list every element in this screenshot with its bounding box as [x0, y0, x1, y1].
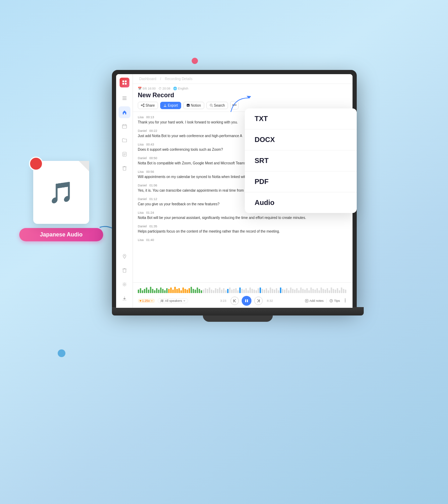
svg-rect-53 — [178, 288, 180, 293]
export-pdf[interactable]: PDF — [245, 171, 357, 192]
export-srt[interactable]: SRT — [245, 150, 357, 171]
svg-rect-67 — [207, 289, 208, 293]
svg-rect-50 — [172, 290, 174, 293]
svg-point-149 — [345, 301, 346, 302]
svg-rect-35 — [142, 290, 143, 293]
svg-rect-99 — [272, 289, 273, 293]
svg-rect-135 — [345, 290, 346, 293]
svg-line-27 — [142, 106, 143, 106]
svg-rect-71 — [215, 288, 216, 293]
sidebar-item-download[interactable] — [119, 292, 130, 304]
svg-rect-2 — [125, 80, 127, 82]
notion-label: Notion — [191, 104, 201, 107]
svg-rect-95 — [264, 290, 265, 293]
player-right: Add notes ? Tips — [305, 298, 348, 304]
svg-rect-89 — [251, 289, 253, 293]
svg-rect-72 — [217, 289, 218, 293]
svg-rect-84 — [241, 289, 243, 293]
player-controls: ♥ 1.25x All speakers — [138, 296, 348, 306]
export-txt[interactable]: TXT — [245, 108, 357, 129]
rewind-button[interactable] — [230, 297, 239, 305]
svg-rect-105 — [284, 290, 285, 293]
svg-rect-94 — [262, 289, 263, 293]
svg-rect-44 — [160, 288, 162, 293]
breadcrumb-recording-details[interactable]: Recording Details — [165, 77, 192, 81]
speakers-filter[interactable]: All speakers — [158, 298, 188, 303]
sidebar-item-document[interactable] — [119, 148, 130, 160]
pause-button[interactable] — [242, 296, 251, 306]
share-label: Share — [145, 104, 155, 107]
waveform-svg[interactable] — [138, 285, 348, 294]
sidebar-item-folder[interactable] — [119, 134, 130, 146]
sidebar-item-calendar[interactable] — [119, 120, 130, 132]
svg-rect-70 — [213, 290, 214, 293]
svg-rect-56 — [185, 289, 186, 293]
svg-rect-3 — [122, 83, 124, 85]
sidebar-item-trash[interactable] — [119, 162, 130, 174]
laptop-base — [112, 307, 364, 315]
svg-rect-48 — [168, 289, 170, 293]
svg-rect-88 — [249, 288, 251, 293]
share-button[interactable]: Share — [138, 102, 158, 109]
add-notes-label: Add notes — [310, 299, 324, 303]
svg-rect-107 — [288, 290, 290, 293]
tips-label: Tips — [334, 299, 340, 303]
svg-rect-124 — [322, 289, 324, 293]
svg-rect-115 — [304, 290, 306, 293]
svg-rect-87 — [248, 290, 249, 293]
breadcrumb-separator: / — [160, 77, 161, 81]
svg-rect-102 — [278, 290, 279, 293]
svg-rect-128 — [331, 288, 332, 293]
notion-button[interactable]: N Notion — [183, 102, 204, 109]
transcript-entry: Lisa 01:40 — [138, 238, 348, 242]
tips-button[interactable]: ? Tips — [329, 299, 340, 303]
add-notes-button[interactable]: Add notes — [305, 299, 324, 303]
svg-point-148 — [345, 300, 346, 301]
export-docx[interactable]: DOCX — [245, 129, 357, 150]
player-center: 3:23 8:32 — [220, 296, 273, 306]
meta-duration: ⏱ 20:08 — [158, 87, 170, 90]
sidebar-item-home[interactable] — [119, 106, 130, 118]
svg-rect-19 — [123, 269, 126, 272]
svg-rect-134 — [343, 289, 344, 293]
svg-rect-114 — [302, 289, 304, 293]
svg-point-25 — [143, 106, 144, 107]
meta-date: 📅 5/6 16:00 — [138, 87, 156, 90]
file-icon: 🎵 — [33, 161, 89, 224]
export-dropdown: TXT DOCX SRT PDF Audio — [245, 108, 357, 213]
more-options-button[interactable] — [343, 298, 348, 304]
speed-control[interactable]: ♥ 1.25x — [138, 299, 155, 303]
svg-rect-92 — [258, 288, 259, 293]
svg-line-26 — [142, 105, 143, 105]
svg-rect-36 — [144, 289, 145, 293]
sidebar-item-settings[interactable] — [119, 278, 130, 290]
breadcrumb-dashboard[interactable]: Dashboard — [139, 77, 156, 81]
svg-rect-110 — [294, 290, 296, 293]
svg-rect-109 — [292, 289, 293, 293]
sidebar-item-delete[interactable] — [119, 264, 130, 276]
forward-button[interactable] — [254, 297, 263, 305]
sidebar-item-expand[interactable] — [119, 92, 130, 104]
svg-rect-122 — [319, 290, 320, 293]
export-audio[interactable]: Audio — [245, 192, 357, 213]
svg-rect-111 — [296, 288, 298, 293]
svg-point-31 — [210, 104, 212, 106]
time-end: 8:32 — [267, 299, 273, 303]
svg-text:N: N — [187, 105, 189, 107]
export-label: Export — [168, 104, 178, 107]
sidebar-item-location[interactable] — [119, 250, 130, 262]
svg-rect-98 — [270, 288, 271, 293]
svg-rect-7 — [122, 99, 127, 100]
svg-rect-59 — [191, 287, 192, 293]
svg-text:?: ? — [330, 300, 332, 302]
svg-point-24 — [141, 105, 142, 106]
svg-point-21 — [124, 284, 125, 285]
svg-rect-104 — [282, 289, 283, 293]
export-button[interactable]: Export — [160, 102, 181, 109]
svg-rect-123 — [321, 288, 322, 293]
blue-dot-decoration — [58, 349, 65, 357]
transcript-text: Notta Bot will be your personal assistan… — [138, 215, 348, 220]
svg-rect-93 — [259, 288, 261, 293]
audio-card: 🎵 Japanese Audio — [19, 161, 103, 241]
svg-rect-140 — [247, 299, 248, 302]
